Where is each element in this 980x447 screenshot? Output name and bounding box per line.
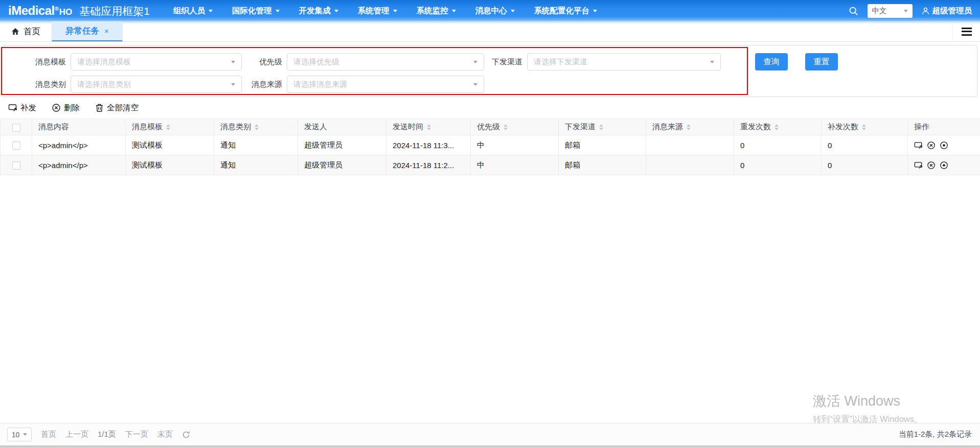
user-name: 超级管理员 bbox=[932, 6, 972, 16]
user-icon bbox=[921, 7, 930, 15]
col-send-time[interactable]: 发送时间 bbox=[386, 119, 471, 135]
app-title: 基础应用框架1 bbox=[79, 4, 150, 18]
page-size-select[interactable]: 10 bbox=[7, 428, 32, 441]
menu-system-management[interactable]: 系统管理 bbox=[358, 6, 397, 16]
filter-label-message-template: 消息模板 bbox=[3, 57, 71, 67]
col-source[interactable]: 消息来源 bbox=[646, 119, 734, 135]
cell-template: 测试模板 bbox=[126, 135, 214, 155]
sort-icon[interactable] bbox=[599, 124, 603, 130]
sort-icon[interactable] bbox=[862, 124, 866, 130]
chevron-down-icon bbox=[473, 61, 477, 63]
sort-icon[interactable] bbox=[774, 124, 779, 130]
resend-label: 补发 bbox=[20, 103, 36, 113]
sort-icon[interactable] bbox=[255, 124, 259, 130]
exception-task-table: 消息内容 消息模板 消息类别 发送人 发送时间 优先级 下发渠道 消息来源 重发… bbox=[0, 119, 980, 175]
message-source-select[interactable]: 请选择消息来源 bbox=[287, 76, 484, 93]
app-logo: iMedical®HO 基础应用框架1 bbox=[8, 4, 150, 18]
table-row[interactable]: <p>admin</p> 测试模板 通知 超级管理员 2024-11-18 11… bbox=[1, 155, 980, 175]
prev-page-button[interactable]: 上一页 bbox=[65, 430, 88, 439]
user-menu[interactable]: 超级管理员 bbox=[921, 6, 972, 16]
priority-select[interactable]: 请选择优先级 bbox=[287, 53, 484, 70]
tab-home[interactable]: 首页 bbox=[0, 21, 52, 41]
message-category-select[interactable]: 请选择消息类别 bbox=[71, 76, 242, 93]
channel-select[interactable]: 请选择下发渠道 bbox=[527, 53, 721, 70]
filter-label-channel: 下发渠道 bbox=[484, 57, 527, 67]
cell-priority: 中 bbox=[471, 155, 559, 175]
col-priority[interactable]: 优先级 bbox=[471, 119, 559, 135]
delete-label: 删除 bbox=[64, 103, 80, 113]
chevron-down-icon bbox=[231, 83, 235, 86]
col-message-category[interactable]: 消息类别 bbox=[214, 119, 298, 135]
chevron-down-icon bbox=[393, 10, 397, 12]
first-page-button[interactable]: 首页 bbox=[41, 430, 56, 439]
col-resend-count[interactable]: 重发次数 bbox=[734, 119, 822, 135]
row-resend-icon[interactable] bbox=[914, 161, 923, 170]
select-all-checkbox[interactable] bbox=[12, 124, 20, 132]
row-delete-icon[interactable] bbox=[927, 161, 936, 170]
cell-actions bbox=[908, 135, 980, 155]
hamburger-icon bbox=[962, 28, 972, 36]
sort-icon[interactable] bbox=[504, 124, 508, 130]
clear-all-button[interactable]: 全部清空 bbox=[95, 103, 139, 113]
sort-icon[interactable] bbox=[166, 124, 170, 130]
col-message-template[interactable]: 消息模板 bbox=[126, 119, 214, 135]
cell-channel: 邮箱 bbox=[559, 155, 646, 175]
cell-resend-count: 0 bbox=[734, 155, 822, 175]
page-info: 1/1页 bbox=[98, 430, 116, 439]
table-header-row: 消息内容 消息模板 消息类别 发送人 发送时间 优先级 下发渠道 消息来源 重发… bbox=[1, 119, 980, 135]
cell-supplement-count: 0 bbox=[822, 155, 908, 175]
menu-config-platform[interactable]: 系统配置化平台 bbox=[534, 6, 598, 16]
language-select[interactable]: 中文 bbox=[868, 4, 913, 18]
priority-placeholder: 请选择优先级 bbox=[293, 57, 339, 67]
menu-system-monitor[interactable]: 系统监控 bbox=[417, 6, 456, 16]
col-supplement-count[interactable]: 补发次数 bbox=[822, 119, 908, 135]
cell-content: <p>admin</p> bbox=[32, 135, 126, 155]
row-view-icon[interactable] bbox=[940, 141, 948, 150]
cell-content: <p>admin</p> bbox=[32, 155, 126, 175]
cell-source bbox=[646, 135, 734, 155]
row-delete-icon[interactable] bbox=[927, 141, 936, 150]
empty-content-area bbox=[0, 175, 980, 423]
trash-icon bbox=[95, 103, 104, 112]
resend-button[interactable]: 补发 bbox=[8, 103, 36, 113]
reset-button[interactable]: 重置 bbox=[805, 53, 838, 70]
close-icon[interactable]: × bbox=[104, 27, 109, 35]
pagination-bar: 10 首页 上一页 1/1页 下一页 末页 当前1-2条, 共2条记录 bbox=[0, 423, 980, 445]
top-navigation-bar: iMedical®HO 基础应用框架1 组织人员 国际化管理 开发集成 系统管理… bbox=[0, 0, 980, 21]
tab-overflow-button[interactable] bbox=[952, 21, 980, 41]
refresh-icon[interactable] bbox=[182, 431, 190, 439]
message-category-placeholder: 请选择消息类别 bbox=[77, 80, 131, 89]
row-checkbox[interactable] bbox=[12, 142, 20, 150]
filter-label-message-category: 消息类别 bbox=[3, 80, 71, 89]
grid-toolbar: 补发 删除 全部清空 bbox=[0, 97, 980, 119]
next-page-button[interactable]: 下一页 bbox=[125, 430, 148, 439]
delete-button[interactable]: 删除 bbox=[52, 103, 80, 113]
query-button[interactable]: 查询 bbox=[755, 53, 788, 70]
col-message-content: 消息内容 bbox=[32, 119, 126, 135]
tab-exception-tasks[interactable]: 异常任务 × bbox=[52, 21, 123, 41]
cell-resend-count: 0 bbox=[734, 135, 822, 155]
menu-i18n[interactable]: 国际化管理 bbox=[232, 6, 280, 16]
message-template-select[interactable]: 请选择消息模板 bbox=[71, 53, 242, 70]
filter-row-2: 消息类别 请选择消息类别 消息来源 请选择消息来源 bbox=[3, 76, 977, 93]
clear-all-label: 全部清空 bbox=[107, 103, 139, 113]
cell-supplement-count: 0 bbox=[822, 135, 908, 155]
row-checkbox[interactable] bbox=[12, 161, 20, 170]
cell-template: 测试模板 bbox=[126, 155, 214, 175]
last-page-button[interactable]: 末页 bbox=[157, 430, 173, 439]
menu-message-center[interactable]: 消息中心 bbox=[475, 6, 515, 16]
tab-bar: 首页 异常任务 × bbox=[0, 21, 980, 42]
sort-icon[interactable] bbox=[687, 124, 691, 130]
row-view-icon[interactable] bbox=[940, 161, 948, 170]
chevron-down-icon bbox=[276, 10, 280, 12]
resend-icon bbox=[8, 103, 17, 112]
message-template-placeholder: 请选择消息模板 bbox=[77, 57, 131, 67]
menu-dev-integration[interactable]: 开发集成 bbox=[299, 6, 338, 16]
chevron-down-icon bbox=[334, 10, 338, 12]
menu-organization[interactable]: 组织人员 bbox=[173, 6, 213, 16]
col-channel[interactable]: 下发渠道 bbox=[559, 119, 646, 135]
table-row[interactable]: <p>admin</p> 测试模板 通知 超级管理员 2024-11-18 11… bbox=[1, 135, 980, 155]
row-resend-icon[interactable] bbox=[914, 141, 923, 150]
sort-icon[interactable] bbox=[427, 124, 431, 130]
search-icon[interactable] bbox=[848, 6, 859, 16]
